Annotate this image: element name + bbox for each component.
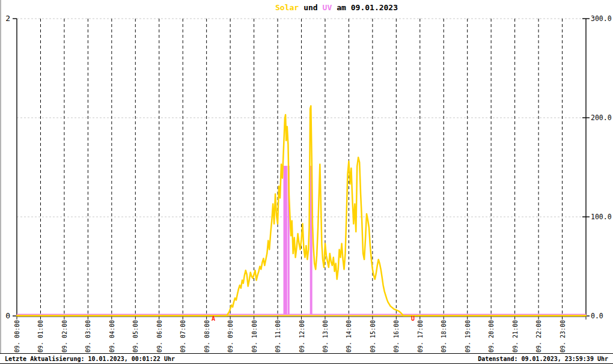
sun-marker-a: A — [212, 315, 215, 322]
x-axis-label: 09. 00:00 — [14, 320, 20, 353]
x-axis-label: 09. 21:00 — [512, 320, 519, 353]
x-axis-label: 09. 04:00 — [109, 320, 115, 353]
sun-marker-u: U — [411, 315, 415, 322]
x-axis-label: 09. 15:00 — [370, 320, 376, 353]
footer-data-state: Datenstand: 09.01.2023, 23:59:39 Uhr — [478, 356, 608, 362]
chart-canvas: 20300.0200.0100.00.0AU09. 00:0009. 01:00… — [0, 0, 613, 353]
x-axis-label: 09. 11:00 — [275, 320, 281, 353]
x-axis-label: 09. 02:00 — [61, 320, 68, 353]
x-axis-label: 09. 12:00 — [299, 320, 305, 353]
x-axis-label: 09. 03:00 — [85, 320, 91, 353]
y-axis-left-tick-label: 0 — [5, 311, 10, 320]
x-axis-label: 09. 09:00 — [227, 320, 234, 353]
y-axis-left-tick-label: 2 — [5, 14, 10, 23]
x-axis-label: 09. 10:00 — [251, 320, 258, 353]
x-axis-label: 09. 22:00 — [535, 320, 542, 353]
weather-chart-page: SolarundUVam 09.01.2023 20300.0200.0100.… — [0, 0, 613, 364]
x-axis-label: 09. 01:00 — [37, 320, 44, 353]
x-axis-label: 09. 07:00 — [180, 320, 186, 353]
x-axis-label: 09. 16:00 — [393, 320, 400, 353]
x-axis-label: 09. 18:00 — [441, 320, 447, 353]
y-axis-right-tick-label: 100.0 — [591, 213, 612, 221]
x-axis-label: 09. 17:00 — [417, 320, 424, 353]
uv-bar — [284, 166, 287, 315]
x-axis-label: 09. 06:00 — [156, 320, 163, 353]
y-axis-right-tick-label: 0.0 — [591, 312, 603, 320]
x-axis-label: 09. 13:00 — [322, 320, 329, 353]
x-axis-label: 09. 23:00 — [560, 320, 566, 353]
footer-bar: Letzte Aktualisierung: 10.01.2023, 00:01… — [0, 353, 613, 364]
x-axis-label: 09. 14:00 — [346, 320, 352, 353]
x-axis-label: 09. 08:00 — [204, 320, 210, 353]
x-axis-label: 09. 19:00 — [465, 320, 471, 353]
y-axis-right-tick-label: 300.0 — [591, 14, 612, 23]
x-axis-label: 09. 20:00 — [488, 320, 495, 353]
y-axis-right-tick-label: 200.0 — [591, 114, 612, 122]
footer-last-update: Letzte Aktualisierung: 10.01.2023, 00:01… — [5, 356, 175, 362]
x-axis-label: 09. 05:00 — [132, 320, 139, 353]
